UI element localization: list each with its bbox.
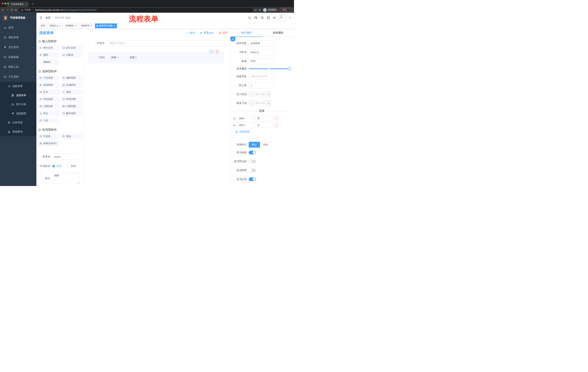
address-bar[interactable]: 不安全 dashboard.yudao.iocoder.cn/bpm/manag… [19,8,253,12]
tag-close-icon[interactable]: ✕ [114,25,115,27]
palette-item[interactable]: 单选框组 [38,82,59,88]
form-grid-slider[interactable] [249,68,289,69]
palette-item[interactable]: 多行文本 [61,45,82,51]
palette-item[interactable]: 密码 [38,52,59,58]
palette-item[interactable]: 级联选择 [61,75,82,81]
option-label-input[interactable]: 选项一 [237,116,254,121]
prop-input-2[interactable]: 性别 [249,58,275,64]
sidebar-item-4[interactable]: 研发工具 [0,62,36,72]
prop-input-5[interactable]: 1 [249,83,275,88]
forward-icon[interactable] [6,9,9,11]
palette-item[interactable]: 下拉选择 [38,75,59,81]
checkbox-option-1[interactable]: 选项一 [107,56,119,59]
sidebar-item-0[interactable]: 首页 [0,23,36,32]
option-value-input[interactable]: 女 [255,122,273,128]
sidebar-item-2[interactable]: ¥支付管理 [0,43,36,52]
palette-item[interactable]: 日期范围 [61,104,82,109]
toggle-显示标签[interactable] [249,151,256,154]
browser-tab[interactable]: 芋道管理系统 ✕ [7,1,29,7]
prop-input-4[interactable]: 请输入标签宽度 [249,74,275,79]
breadcrumb-home[interactable]: 首页 [45,16,50,20]
minus-button[interactable]: − [249,100,254,106]
clear-button[interactable]: 清空 [219,31,228,35]
tab-close-icon[interactable]: ✕ [26,3,28,5]
stepper-input[interactable]: 最多可选 [254,100,266,106]
form-name-input[interactable]: biubiu [52,154,80,159]
palette-item[interactable]: 开关 [38,89,59,95]
sidebar-item-8[interactable]: 用户分组 [0,100,36,109]
tag-close-icon[interactable]: ✕ [59,25,61,27]
toggle-是否必填[interactable] [249,177,256,181]
minus-button[interactable]: − [249,92,254,97]
text-size-icon[interactable]: tT [273,16,276,19]
bookmark-star-icon[interactable] [259,9,261,11]
sidebar-item-11[interactable]: 请假查询 [0,127,36,136]
password-key-icon[interactable] [254,9,257,11]
palette-item[interactable]: 滑块 [61,89,82,95]
palette-item[interactable]: 表格[开发中] [38,141,59,146]
fullscreen-icon[interactable] [267,16,270,20]
slider-handle[interactable] [288,67,291,70]
segment-0[interactable]: 默认 [249,142,260,148]
maximize-window-button[interactable] [7,3,9,4]
phone-input[interactable]: 请输入手机号 [107,40,225,47]
prop-input-1[interactable]: field122 [249,49,275,55]
sidebar-item-9[interactable]: 流程模型 [0,109,36,118]
palette-item[interactable]: 时间选择 [38,96,59,102]
option-value-input[interactable]: 男 [255,116,273,121]
canvas-field-gender-selected[interactable]: *性别 选项一 选项二 [88,52,224,63]
toggle-是否带边框[interactable] [249,159,256,163]
close-window-button[interactable] [2,3,3,4]
search-icon[interactable] [248,16,251,20]
toggle-是否禁用[interactable] [249,169,256,172]
new-tab-button[interactable]: ＋ [31,2,34,6]
segment-1[interactable]: 按钮 [260,142,271,148]
checkbox-option-2[interactable]: 选项二 [125,56,137,59]
view-json-button[interactable]: 查看json [200,31,214,35]
sidebar-item-5[interactable]: 工作流程 [0,72,36,82]
browser-update-button[interactable]: 更新 ⋮ [280,8,292,12]
tab-component-props[interactable]: 组件属性 [231,29,262,37]
tag-view-4[interactable]: 流程表单-编辑✕ [95,23,117,28]
remove-option-button[interactable]: − [274,123,278,127]
sidebar-item-10[interactable]: 任务管理 [0,118,36,127]
palette-item[interactable]: 编辑器 [38,59,59,65]
sidebar-collapse-icon[interactable] [39,16,43,20]
palette-item[interactable]: 上传 [38,118,59,123]
palette-item[interactable]: 行容器 [38,134,59,139]
home-icon[interactable] [15,9,17,11]
url-host[interactable]: dashboard.yudao.iocoder.cn [35,9,63,11]
github-icon[interactable] [254,16,257,20]
user-avatar[interactable] [279,14,286,21]
sidebar-item-7[interactable]: 流程表单 [0,91,36,100]
sidebar-item-3[interactable]: 基础设施 [0,52,36,62]
palette-item[interactable]: 评分 [38,111,59,116]
palette-item[interactable]: 颜色选择 [61,111,82,116]
user-menu-caret-icon[interactable] [289,17,291,19]
palette-item[interactable]: 单行文本 [38,45,59,51]
palette-item[interactable]: 时间范围 [61,96,82,102]
tag-view-1[interactable]: 流程定义✕ [48,23,63,28]
delete-component-button[interactable] [215,50,219,54]
browser-menu-icon[interactable]: ⋮ [288,9,291,11]
reload-icon[interactable] [10,9,13,11]
checkbox-box[interactable] [125,56,128,59]
url-path[interactable]: /bpm/manager/form/edit?formId=11 [63,9,97,11]
palette-item[interactable]: 按钮 [61,134,82,139]
plus-button[interactable]: ＋ [266,92,271,97]
field-link-icon[interactable] [231,37,235,41]
security-label[interactable]: 不安全 [24,8,31,11]
tag-view-2[interactable]: 流程模型✕ [63,23,78,28]
tag-close-icon[interactable]: ✕ [75,25,76,27]
status-radio-off[interactable]: 关闭 [67,165,76,168]
form-remark-textarea[interactable]: 嘿嘿 [52,173,80,184]
tab-form-props[interactable]: 表单属性 [262,29,294,37]
save-button[interactable]: 保存 [186,31,195,35]
component-type-select[interactable]: 多选框组 [249,40,275,46]
sidebar-item-6[interactable]: 流程管理 [0,82,36,91]
checkbox-box[interactable] [107,56,109,59]
stepper-input[interactable]: 至少应选 [254,92,266,97]
palette-item[interactable]: 多选框组 [61,82,82,88]
drag-handle-icon[interactable] [233,124,236,127]
back-icon[interactable] [2,9,4,11]
